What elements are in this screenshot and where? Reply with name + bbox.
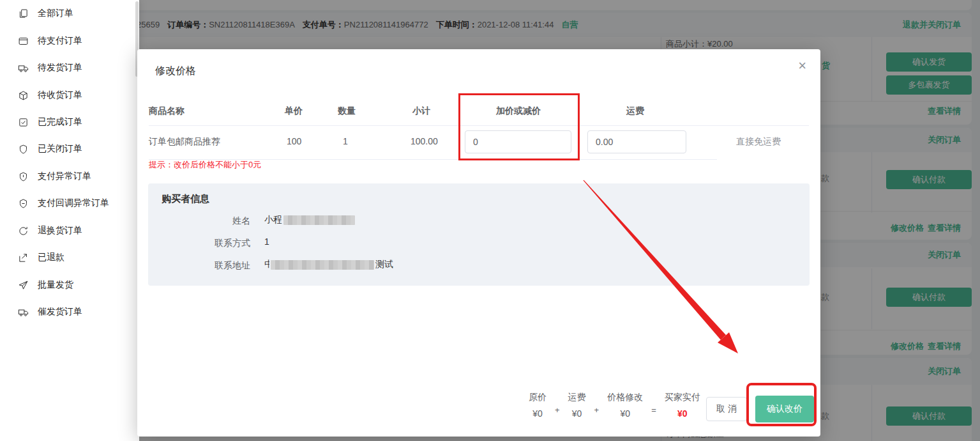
send-icon bbox=[18, 280, 29, 291]
truck-urge-icon bbox=[18, 307, 29, 318]
modify-price-dialog: 修改价格 × 商品名称 单价 数量 小计 加价或减价 运费 订单包邮商品推荐 1… bbox=[137, 49, 820, 437]
sidebar-item-all-orders[interactable]: 全部订单 bbox=[0, 1, 139, 26]
table-header-divider bbox=[149, 125, 809, 126]
sidebar-item-pending-payment[interactable]: 待支付订单 bbox=[0, 29, 139, 53]
buyer-info-panel: 购买者信息 姓名 小程 联系方式 1 联系地址 中 测试 bbox=[148, 183, 810, 286]
cell-subtotal: 100.00 bbox=[411, 136, 438, 146]
col-header-subtotal: 小计 bbox=[412, 105, 430, 117]
sidebar-item-refunded[interactable]: 已退款 bbox=[0, 245, 139, 270]
name-value: 小程 bbox=[264, 214, 355, 226]
price-modification: 价格修改 ¥0 bbox=[607, 392, 643, 419]
shield-alert-icon bbox=[18, 171, 29, 182]
cell-quantity: 1 bbox=[343, 136, 348, 146]
dialog-title: 修改价格 bbox=[155, 65, 196, 78]
shipping-fee-input[interactable] bbox=[587, 130, 686, 153]
sidebar-item-payment-callback-exception[interactable]: 支付回调异常订单 bbox=[0, 191, 139, 215]
sidebar-item-completed[interactable]: 已完成订单 bbox=[0, 110, 139, 134]
contact-value: 1 bbox=[264, 236, 269, 247]
check-square-icon bbox=[18, 117, 29, 128]
redacted-address bbox=[271, 260, 374, 270]
sidebar-item-to-receive[interactable]: 待收货订单 bbox=[0, 83, 139, 107]
price-tip-text: 提示：改价后价格不能小于0元 bbox=[149, 159, 261, 171]
export-icon bbox=[18, 252, 29, 263]
equals-sign: = bbox=[651, 396, 656, 415]
original-price: 原价 ¥0 bbox=[529, 392, 547, 419]
col-header-adjust: 加价或减价 bbox=[496, 105, 541, 117]
refresh-icon bbox=[18, 226, 29, 236]
shipping-price: 运费 ¥0 bbox=[568, 392, 586, 419]
shield-icon bbox=[18, 144, 29, 155]
sidebar-item-closed[interactable]: 已关闭订单 bbox=[0, 137, 139, 161]
close-icon[interactable]: × bbox=[798, 59, 806, 73]
credit-card-icon bbox=[18, 36, 29, 47]
sidebar-item-urge-ship[interactable]: 催发货订单 bbox=[0, 300, 139, 324]
copy-file-icon bbox=[18, 8, 29, 19]
col-header-unit-price: 单价 bbox=[285, 105, 303, 117]
price-summary: 原价 ¥0 + 运费 ¥0 + 价格修改 ¥0 = 买家实付 ¥0 bbox=[529, 392, 700, 419]
address-value: 中 测试 bbox=[264, 259, 393, 270]
order-menu-sidebar: 全部订单 待支付订单 待发货订单 待收货订单 已完成订单 已关闭订单 支付异常订… bbox=[0, 0, 139, 441]
col-header-product-name: 商品名称 bbox=[149, 105, 185, 117]
truck-icon bbox=[18, 63, 29, 74]
shield-callback-icon bbox=[18, 198, 29, 209]
sidebar-item-to-ship[interactable]: 待发货订单 bbox=[0, 56, 139, 80]
sidebar-item-payment-exception[interactable]: 支付异常订单 bbox=[0, 164, 139, 189]
free-shipping-link[interactable]: 直接免运费 bbox=[736, 136, 781, 148]
sidebar-item-return-exchange[interactable]: 退换货订单 bbox=[0, 219, 139, 243]
col-header-shipping: 运费 bbox=[626, 105, 644, 117]
cell-product-name: 订单包邮商品推荐 bbox=[149, 136, 220, 148]
cancel-button[interactable]: 取 消 bbox=[706, 397, 747, 421]
confirm-price-button[interactable]: 确认改价 bbox=[755, 396, 814, 422]
contact-label: 联系方式 bbox=[174, 238, 250, 249]
buyer-info-title: 购买者信息 bbox=[162, 193, 209, 205]
address-label: 联系地址 bbox=[174, 260, 250, 272]
redacted-name bbox=[283, 215, 355, 225]
plus-sign: + bbox=[555, 396, 560, 415]
name-label: 姓名 bbox=[174, 215, 250, 227]
plus-sign: + bbox=[594, 396, 599, 415]
package-icon bbox=[18, 90, 29, 101]
col-header-quantity: 数量 bbox=[338, 105, 356, 117]
sidebar-item-batch-ship[interactable]: 批量发货 bbox=[0, 273, 139, 297]
buyer-actual-pay: 买家实付 ¥0 bbox=[665, 392, 700, 419]
cell-unit-price: 100 bbox=[287, 136, 301, 146]
adjust-price-input[interactable] bbox=[465, 130, 571, 153]
